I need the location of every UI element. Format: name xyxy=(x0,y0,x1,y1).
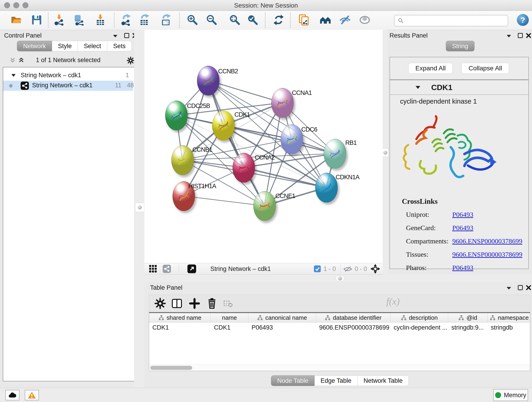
table-cell[interactable]: CDK1 xyxy=(149,322,211,332)
show-columns-icon[interactable] xyxy=(171,298,183,309)
column-header-description[interactable]: description xyxy=(390,313,448,322)
splitter-handle[interactable] xyxy=(382,148,389,157)
open-view-window-icon[interactable] xyxy=(187,264,196,273)
disclosure-triangle-icon[interactable] xyxy=(11,73,16,77)
gene-section-header[interactable]: CDK1 xyxy=(390,80,528,95)
home-networks-icon[interactable] xyxy=(319,14,331,26)
column-header-name[interactable]: name xyxy=(211,313,248,322)
splitter-handle[interactable] xyxy=(336,276,344,281)
tab-style[interactable]: Style xyxy=(52,41,78,51)
annotation-icon[interactable] xyxy=(298,14,310,26)
crosslink-link[interactable]: P06493 xyxy=(452,211,473,218)
cloud-status-button[interactable] xyxy=(5,390,19,400)
search-box xyxy=(394,15,508,26)
node-CCNA2[interactable] xyxy=(233,153,255,183)
import-table-icon[interactable] xyxy=(94,14,106,26)
import-network-file-icon[interactable] xyxy=(53,14,65,26)
node-CDKN1A[interactable] xyxy=(315,173,338,203)
show-all-icon[interactable] xyxy=(359,14,371,26)
zoom-out-icon[interactable] xyxy=(206,14,218,26)
zoom-in-icon[interactable] xyxy=(186,14,198,26)
table-cell[interactable]: 9606.ENSP00000378699 xyxy=(316,322,390,332)
tab-sets[interactable]: Sets xyxy=(107,41,132,51)
table-cell[interactable]: cyclin-dependent ... xyxy=(390,322,448,332)
results-panel-close-icon[interactable] xyxy=(526,32,532,38)
import-network-database-icon[interactable] xyxy=(73,14,85,26)
results-panel-tab-string[interactable]: String xyxy=(446,41,475,51)
column-header-label: canonical name xyxy=(265,314,307,321)
column-header--id[interactable]: @id xyxy=(448,313,488,322)
table-cell[interactable]: P06493 xyxy=(248,322,316,332)
crosslink-link[interactable]: 9606.ENSP00000378699 xyxy=(452,250,522,258)
edge-HIST1H1A-CCNE1[interactable] xyxy=(184,196,264,206)
column-header-namespace[interactable]: namespace xyxy=(488,313,530,322)
table-cell[interactable]: stringdb:9... xyxy=(448,322,488,332)
collapse-all-button[interactable]: Collapse All xyxy=(462,63,509,74)
splitter-handle[interactable] xyxy=(135,203,144,212)
tab-select[interactable]: Select xyxy=(78,41,107,51)
node-CDK1[interactable] xyxy=(212,111,234,140)
help-icon[interactable]: ? xyxy=(517,14,529,26)
refresh-icon[interactable] xyxy=(273,14,285,26)
delete-column-trash-icon[interactable] xyxy=(206,298,218,309)
column-header-database-identifier[interactable]: database identifier xyxy=(316,313,390,322)
node-CCNE1[interactable] xyxy=(253,191,276,221)
node-CCNA1[interactable] xyxy=(271,88,294,118)
hidden-eye-slash-icon[interactable] xyxy=(343,266,352,272)
save-session-icon[interactable] xyxy=(31,14,43,26)
network-row-selected[interactable]: String Network – cdk1 11 48 xyxy=(3,81,133,91)
node-CCNB2[interactable] xyxy=(197,66,220,96)
create-column-plus-icon[interactable] xyxy=(189,298,201,309)
column-header-canonical-name[interactable]: canonical name xyxy=(248,313,316,322)
scrollbar-thumb[interactable] xyxy=(150,366,192,370)
results-panel-collapse-icon[interactable] xyxy=(506,33,512,39)
table-panel-close-icon[interactable] xyxy=(526,285,532,291)
fit-selected-crosshair-icon[interactable] xyxy=(370,264,380,274)
crosslink-link[interactable]: P06493 xyxy=(452,264,473,272)
control-panel-collapse-icon[interactable] xyxy=(112,33,118,39)
table-cell[interactable]: stringdb xyxy=(488,322,530,332)
delete-table-icon-disabled xyxy=(223,300,235,312)
export-image-icon[interactable] xyxy=(161,14,172,26)
network-collection-row[interactable]: String Network – cdk1 1 xyxy=(3,70,133,81)
network-options-gear-icon[interactable] xyxy=(127,56,135,65)
network-share-icon[interactable] xyxy=(163,265,171,273)
search-input[interactable] xyxy=(406,16,508,26)
memory-button[interactable]: Memory xyxy=(493,389,528,401)
crosslink-row: GeneCard:P06493 xyxy=(402,224,438,232)
table-cell[interactable]: CDK1 xyxy=(211,322,248,332)
tab-network[interactable]: Network xyxy=(17,41,52,51)
zoom-fit-icon[interactable] xyxy=(229,14,241,26)
column-header-shared-name[interactable]: shared name xyxy=(149,313,211,322)
toolbar-separator xyxy=(179,13,180,28)
export-network-icon[interactable] xyxy=(120,14,132,26)
network-canvas[interactable]: CCNB2 CCNA1 CDC25B CDK1 CDC6 RB1 CCNB1 C… xyxy=(144,30,383,263)
edge-CCNB2-CCNE1[interactable] xyxy=(208,80,264,206)
table-row[interactable]: CDK1CDK1P064939606.ENSP00000378699cyclin… xyxy=(149,322,530,332)
table-panel-float-icon[interactable] xyxy=(517,285,523,291)
selected-checkbox-icon[interactable] xyxy=(314,265,321,272)
crosslink-link[interactable]: P06493 xyxy=(452,224,473,232)
gene-disclosure-icon[interactable] xyxy=(415,85,421,89)
tab-edge-table[interactable]: Edge Table xyxy=(315,375,358,386)
tab-string[interactable]: String xyxy=(446,41,475,51)
export-table-icon[interactable] xyxy=(139,14,151,26)
node-CDC25B[interactable] xyxy=(165,101,188,130)
node-CDC6[interactable] xyxy=(281,124,303,154)
node-CCNB1[interactable] xyxy=(171,145,194,175)
node-RB1[interactable] xyxy=(324,139,346,169)
zoom-selected-icon[interactable] xyxy=(247,14,259,26)
warning-status-button[interactable] xyxy=(25,390,39,400)
birdseye-grid-icon[interactable] xyxy=(149,265,157,273)
open-session-icon[interactable] xyxy=(10,14,22,26)
memory-ok-dot-icon xyxy=(495,392,501,398)
table-panel-collapse-icon[interactable] xyxy=(506,285,512,291)
results-panel-float-icon[interactable] xyxy=(517,32,523,38)
expand-all-button[interactable]: Expand All xyxy=(408,63,453,74)
tab-node-table[interactable]: Node Table xyxy=(271,375,315,386)
crosslink-link[interactable]: 9606.ENSP00000378699 xyxy=(452,237,522,245)
table-settings-gear-icon[interactable] xyxy=(154,298,166,309)
hide-selected-icon[interactable] xyxy=(339,14,351,26)
control-panel-float-icon[interactable] xyxy=(124,32,130,38)
tab-network-table[interactable]: Network Table xyxy=(358,375,409,386)
